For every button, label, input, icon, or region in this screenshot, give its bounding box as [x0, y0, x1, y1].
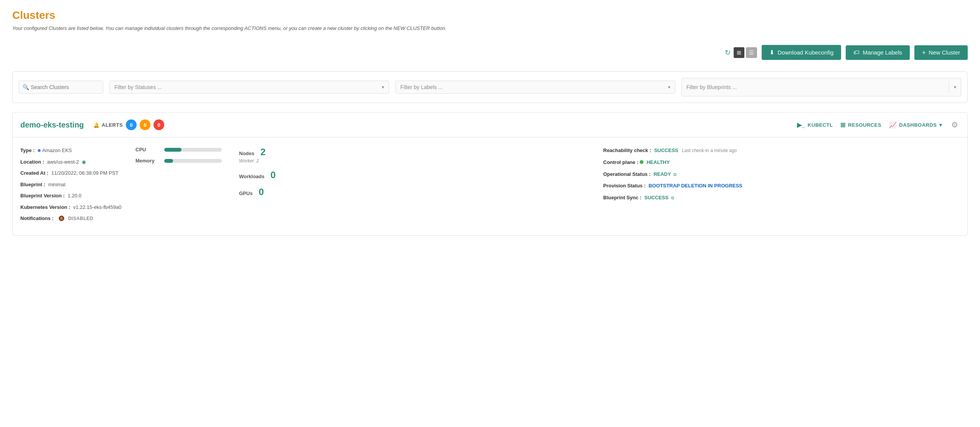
page-subtitle: Your configured Clusters are listed belo… — [12, 25, 968, 31]
list-view-button[interactable]: ☰ — [746, 47, 757, 58]
memory-row: Memory — [135, 158, 224, 164]
kubernetes-icon: ⎈ — [38, 147, 41, 154]
memory-progress-fill — [164, 159, 173, 163]
manage-labels-button[interactable]: 🏷 Manage Labels — [846, 45, 910, 60]
reachability-row: Reachability check : SUCCESS Last check-… — [603, 147, 960, 155]
status-col: Reachability check : SUCCESS Last check-… — [596, 147, 960, 226]
cluster-info-col: Type : ⎈ Amazon EKS Location : aws/us-we… — [20, 147, 135, 226]
filter-labels-select[interactable]: Filter by Labels ... ▾ — [395, 81, 675, 94]
bell-off-icon: 🔕 — [58, 215, 64, 222]
divider — [949, 81, 949, 93]
cpu-progress-bar — [164, 148, 222, 152]
filter-blueprints-select[interactable]: Filter by Blueprints ... ▾ — [681, 78, 961, 96]
plus-icon: + — [922, 49, 926, 56]
memory-progress-bar — [164, 159, 222, 163]
terminal-icon: ▶_ — [797, 121, 805, 129]
operational-status-row: Operational Status : READY ⧉ — [603, 170, 960, 179]
grid-view-button[interactable]: ⊞ — [734, 47, 744, 58]
filter-statuses-select[interactable]: Filter by Statuses ... ▾ — [109, 81, 389, 94]
chevron-down-icon: ▾ — [668, 84, 670, 90]
refresh-button[interactable]: ↻ — [723, 47, 732, 58]
view-toggle-group: ↻ ⊞ ☰ — [723, 47, 757, 58]
control-plane-row: Control plane : HEALTHY — [603, 159, 960, 167]
settings-button[interactable]: ⚙ — [950, 119, 960, 131]
gpus-metric: GPUs 0 — [239, 187, 588, 197]
search-icon: 🔍 — [23, 84, 29, 90]
type-row: Type : ⎈ Amazon EKS — [20, 147, 128, 154]
filter-statuses-label: Filter by Statuses ... — [114, 84, 379, 90]
filter-blueprints-label: Filter by Blueprints ... — [686, 84, 947, 90]
blueprint-version-row: Blueprint Version : 1.20.0 — [20, 192, 128, 200]
cluster-header: demo-eks-testing 🔔 ALERTS 0 0 0 ▶_ KUBEC… — [13, 113, 967, 137]
workloads-metric: Workloads 0 — [239, 170, 588, 180]
blueprint-sync-row: Blueprint Sync : SUCCESS ⧉ — [603, 194, 960, 202]
cluster-actions: ▶_ KUBECTL ⊞ RESOURCES 📈 DASHBOARDS ▾ ⚙ — [797, 119, 960, 131]
resources-link[interactable]: ⊞ RESOURCES — [840, 121, 881, 129]
chevron-down-icon: ▾ — [939, 122, 942, 128]
kubernetes-version-row: Kubernetes Version : v1.22.15-eks-fb459a… — [20, 204, 128, 211]
tag-icon: 🏷 — [853, 49, 860, 56]
new-cluster-button[interactable]: + New Cluster — [914, 45, 968, 60]
chevron-down-icon: ▾ — [382, 84, 384, 90]
search-wrapper: 🔍 — [19, 81, 103, 94]
cluster-body: Type : ⎈ Amazon EKS Location : aws/us-we… — [13, 137, 967, 235]
filter-labels-label: Filter by Labels ... — [400, 84, 665, 90]
blueprint-row: Blueprint : minimal — [20, 181, 128, 189]
search-input[interactable] — [19, 81, 103, 94]
resources-col: CPU Memory — [135, 147, 231, 226]
cpu-row: CPU — [135, 147, 224, 152]
external-link-icon-2[interactable]: ⧉ — [671, 195, 674, 200]
created-at-row: Created At : 11/20/2022, 06:38:09 PM PST — [20, 169, 128, 177]
alert-badge-orange[interactable]: 0 — [140, 119, 150, 130]
toolbar: ↻ ⊞ ☰ ⬇ Download Kubeconfig 🏷 Manage Lab… — [12, 40, 968, 65]
alert-badge-red[interactable]: 0 — [153, 119, 164, 130]
dashboards-link[interactable]: 📈 DASHBOARDS ▾ — [889, 121, 942, 129]
cluster-name[interactable]: demo-eks-testing — [20, 121, 84, 129]
nodes-metric: Nodes 2 Worker: 2 — [239, 147, 588, 164]
alerts-section: 🔔 ALERTS 0 0 0 — [93, 119, 165, 130]
location-row: Location : aws/us-west-2 ◉ — [20, 158, 128, 166]
chart-icon: 📈 — [889, 121, 897, 129]
chevron-down-icon: ▾ — [954, 84, 956, 90]
alert-badge-blue[interactable]: 0 — [126, 119, 137, 130]
grid-icon: ⊞ — [840, 121, 846, 129]
external-link-icon[interactable]: ⧉ — [673, 172, 676, 177]
notifications-row: Notifications : 🔕 DISABLED — [20, 215, 128, 222]
download-kubeconfig-button[interactable]: ⬇ Download Kubeconfig — [762, 45, 841, 60]
cpu-progress-fill — [164, 148, 181, 152]
cluster-card: demo-eks-testing 🔔 ALERTS 0 0 0 ▶_ KUBEC… — [12, 112, 968, 236]
page-title: Clusters — [12, 9, 968, 22]
provision-status-row: Provision Status : BOOTSTRAP DELETION IN… — [603, 182, 960, 190]
download-icon: ⬇ — [769, 49, 774, 56]
green-status-dot — [640, 160, 643, 164]
metrics-col: Nodes 2 Worker: 2 Workloads 0 GPUs 0 — [231, 147, 596, 226]
kubectl-link[interactable]: ▶_ KUBECTL — [797, 121, 833, 129]
alerts-label: 🔔 ALERTS — [93, 122, 123, 128]
bell-icon: 🔔 — [93, 122, 100, 128]
location-icon: ◉ — [82, 159, 86, 165]
filter-bar: 🔍 Filter by Statuses ... ▾ Filter by Lab… — [12, 71, 968, 103]
